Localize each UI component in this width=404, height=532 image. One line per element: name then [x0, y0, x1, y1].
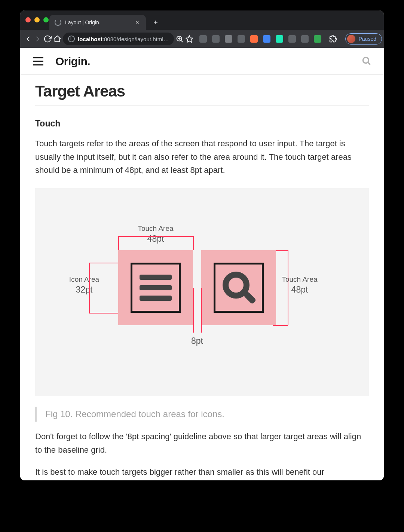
diagram-touch-area-right	[201, 250, 276, 325]
nav-reload-button[interactable]	[43, 32, 52, 46]
site-brand[interactable]: Origin.	[55, 55, 90, 68]
diagram-gap-label: 8pt	[188, 336, 206, 347]
window-minimize-button[interactable]	[34, 17, 40, 22]
profile-avatar-icon	[347, 35, 355, 43]
paragraph: It is best to make touch targets bigger …	[35, 465, 369, 479]
diagram-guide	[193, 288, 194, 333]
menu-icon	[140, 275, 172, 301]
address-bar[interactable]: localhost:8080/design/layout.html…	[63, 33, 174, 45]
diagram-icon-frame	[214, 263, 264, 313]
browser-window: Layout | Origin. ✕ + localhost:8080/desi…	[20, 10, 384, 480]
section-heading: Target Areas	[35, 82, 369, 106]
figure-caption: Fig 10. Recommended touch areas for icon…	[35, 407, 369, 422]
diagram-figure: Touch Area 48pt Icon Area 32pt Touch Are…	[35, 188, 369, 396]
diagram-icon-frame	[131, 263, 181, 313]
new-tab-button[interactable]: +	[150, 16, 162, 28]
browser-tab[interactable]: Layout | Origin. ✕	[49, 15, 146, 30]
extension-icon[interactable]	[263, 35, 270, 43]
profile-paused-label: Paused	[358, 36, 376, 42]
diagram-guide	[273, 325, 288, 326]
extensions-row: Paused	[199, 32, 384, 46]
search-icon	[223, 272, 255, 304]
diagram-guide	[118, 236, 193, 237]
svg-line-6	[368, 62, 370, 64]
extension-icon[interactable]	[288, 35, 296, 43]
address-url: localhost:8080/design/layout.html…	[78, 36, 169, 42]
zoom-button[interactable]	[175, 32, 184, 46]
window-traffic-lights	[25, 17, 49, 22]
bookmark-star-button[interactable]	[185, 32, 193, 46]
tab-title: Layout | Origin.	[65, 19, 130, 25]
diagram-right-label: Touch Area 48pt	[275, 275, 324, 296]
diagram-top-label: Touch Area 48pt	[129, 224, 182, 245]
nav-back-button[interactable]	[24, 32, 32, 46]
svg-line-1	[181, 40, 183, 42]
diagram-left-label: Icon Area 32pt	[62, 275, 106, 296]
extension-icon[interactable]	[301, 35, 309, 43]
extension-icon[interactable]	[314, 35, 321, 43]
diagram-touch-area-left	[118, 250, 193, 325]
paragraph: Touch targets refer to the areas of the …	[35, 137, 369, 177]
tab-close-button[interactable]: ✕	[134, 19, 141, 26]
site-info-icon[interactable]	[68, 36, 75, 42]
window-close-button[interactable]	[25, 17, 31, 22]
paragraph: Don't forget to follow the '8pt spacing'…	[35, 430, 369, 456]
extension-icon[interactable]	[276, 35, 283, 43]
diagram-guide	[118, 236, 119, 250]
browser-tabbar: Layout | Origin. ✕ +	[20, 10, 384, 30]
window-zoom-button[interactable]	[43, 17, 49, 22]
page-content: Origin. Target Areas Touch Touch targets…	[20, 48, 384, 480]
nav-forward-button[interactable]	[34, 32, 42, 46]
diagram-guide	[201, 288, 202, 333]
nav-home-button[interactable]	[53, 32, 61, 46]
extensions-puzzle-icon[interactable]	[327, 32, 340, 46]
article: Target Areas Touch Touch targets refer t…	[20, 75, 384, 479]
diagram-guide	[288, 250, 288, 325]
browser-toolbar: localhost:8080/design/layout.html… Pause…	[20, 30, 384, 48]
profile-paused-pill[interactable]: Paused	[345, 33, 382, 45]
diagram-guide	[193, 236, 194, 250]
extension-icon[interactable]	[250, 35, 258, 43]
site-search-icon[interactable]	[361, 56, 371, 67]
extension-icon[interactable]	[225, 35, 232, 43]
subsection-heading: Touch	[35, 119, 369, 129]
extension-icon[interactable]	[238, 35, 245, 43]
svg-marker-4	[186, 36, 193, 42]
diagram-guide	[89, 263, 90, 313]
extension-icon[interactable]	[199, 35, 207, 43]
site-menu-icon[interactable]	[33, 57, 43, 65]
tab-favicon	[55, 19, 61, 26]
site-header: Origin.	[20, 48, 384, 75]
extension-icon[interactable]	[212, 35, 220, 43]
